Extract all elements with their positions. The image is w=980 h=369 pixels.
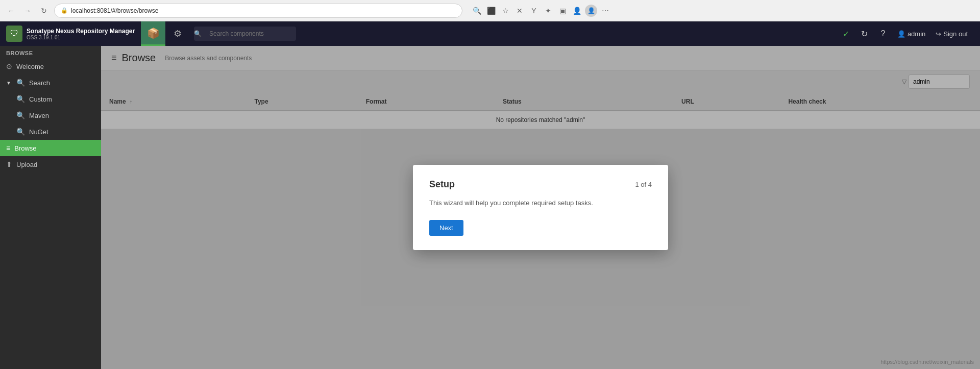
app-wrapper: 🛡 Sonatype Nexus Repository Manager OSS …: [0, 21, 980, 369]
signout-label: Sign out: [943, 30, 968, 38]
browser-search-icon[interactable]: 🔍: [471, 5, 483, 17]
signout-button[interactable]: ↪ Sign out: [932, 28, 972, 40]
sidebar-item-label-search: Search: [29, 79, 50, 87]
browser-yslow-icon[interactable]: ✕: [513, 5, 526, 17]
app-version: OSS 3.19.1-01: [27, 35, 135, 40]
content-area: ≡ Browse Browse assets and components ▽ …: [101, 46, 980, 369]
refresh-icon[interactable]: ↻: [856, 26, 873, 42]
browser-tablet-icon[interactable]: ▣: [556, 5, 569, 17]
modal-body: This wizard will help you complete requi…: [429, 198, 652, 208]
modal-header: Setup 1 of 4: [429, 179, 652, 190]
browser-star-icon[interactable]: ✦: [542, 5, 554, 17]
back-button[interactable]: ←: [5, 5, 17, 17]
sidebar-item-welcome[interactable]: ⊙ Welcome: [0, 58, 101, 75]
address-text: localhost:8081/#/browse/browse: [71, 7, 158, 14]
logo-text: Sonatype Nexus Repository Manager OSS 3.…: [27, 28, 135, 40]
sidebar-item-browse[interactable]: ≡ Browse: [0, 140, 101, 156]
app-title: Sonatype Nexus Repository Manager: [27, 28, 135, 35]
modal-step: 1 of 4: [635, 181, 652, 188]
sidebar-item-search[interactable]: ▼ 🔍 Search: [0, 75, 101, 91]
modal-footer: Next: [429, 220, 652, 236]
user-button[interactable]: 👤 admin: [893, 28, 929, 40]
browse-icon: ≡: [6, 144, 10, 152]
sidebar-item-maven[interactable]: 🔍 Maven: [0, 107, 101, 124]
logo-section: 🛡 Sonatype Nexus Repository Manager OSS …: [0, 21, 141, 46]
sidebar-item-upload[interactable]: ⬆ Upload: [0, 156, 101, 173]
main-layout: Browse ⊙ Welcome ▼ 🔍 Search 🔍 Custom 🔍 M…: [0, 46, 980, 369]
sidebar-item-label-nuget: NuGet: [29, 128, 48, 136]
modal-box: Setup 1 of 4 This wizard will help you c…: [413, 165, 668, 251]
browser-bookmark-icon[interactable]: ☆: [499, 5, 511, 17]
browser-toolbar: 🔍 ⬛ ☆ ✕ Y ✦ ▣ 👤 👤 ⋯: [471, 5, 611, 17]
sidebar-item-label-welcome: Welcome: [16, 63, 44, 70]
search-wrapper: 🔍: [190, 27, 296, 41]
browse-nav-icon[interactable]: 📦: [141, 21, 165, 46]
help-icon[interactable]: ?: [875, 26, 891, 42]
browser-cast-icon[interactable]: 👤: [571, 5, 583, 17]
sidebar-item-label-maven: Maven: [29, 112, 49, 119]
sidebar-item-label-browse: Browse: [14, 144, 36, 152]
settings-icon[interactable]: ⚙: [165, 21, 190, 46]
chevron-down-icon: ▼: [6, 80, 11, 86]
top-nav: 🛡 Sonatype Nexus Repository Manager OSS …: [0, 21, 980, 46]
search-sidebar-icon: 🔍: [16, 79, 25, 87]
user-icon: 👤: [897, 30, 905, 38]
browser-menu-icon[interactable]: ⋯: [599, 5, 611, 17]
sidebar-item-nuget[interactable]: 🔍 NuGet: [0, 124, 101, 140]
welcome-icon: ⊙: [6, 62, 12, 70]
sidebar-item-label-upload: Upload: [16, 161, 37, 168]
custom-search-icon: 🔍: [16, 95, 25, 103]
address-icon: 🔒: [61, 7, 68, 14]
nav-right: ✓ ↻ ? 👤 admin ↪ Sign out: [838, 26, 980, 42]
sidebar-item-label-custom: Custom: [29, 95, 52, 103]
browser-profile[interactable]: 👤: [585, 5, 597, 17]
browser-chrome: ← → ↻ 🔒 localhost:8081/#/browse/browse 🔍…: [0, 0, 980, 21]
sidebar-section-label: Browse: [0, 46, 101, 58]
forward-button[interactable]: →: [21, 5, 34, 17]
next-button[interactable]: Next: [429, 220, 463, 236]
sidebar: Browse ⊙ Welcome ▼ 🔍 Search 🔍 Custom 🔍 M…: [0, 46, 101, 369]
address-bar[interactable]: 🔒 localhost:8081/#/browse/browse: [54, 4, 462, 18]
sidebar-item-custom[interactable]: 🔍 Custom: [0, 91, 101, 107]
modal-title: Setup: [429, 179, 455, 190]
modal-overlay: Setup 1 of 4 This wizard will help you c…: [101, 46, 980, 369]
browser-extensions-icon[interactable]: ⬛: [485, 5, 497, 17]
signout-icon: ↪: [936, 30, 941, 38]
upload-icon: ⬆: [6, 160, 12, 168]
nuget-search-icon: 🔍: [16, 128, 25, 136]
status-icon: ✓: [838, 26, 854, 42]
refresh-button[interactable]: ↻: [38, 5, 50, 17]
user-label: admin: [908, 30, 925, 38]
browser-y-icon[interactable]: Y: [528, 5, 540, 17]
search-input[interactable]: [194, 27, 296, 41]
logo-icon: 🛡: [6, 26, 22, 42]
maven-search-icon: 🔍: [16, 111, 25, 119]
